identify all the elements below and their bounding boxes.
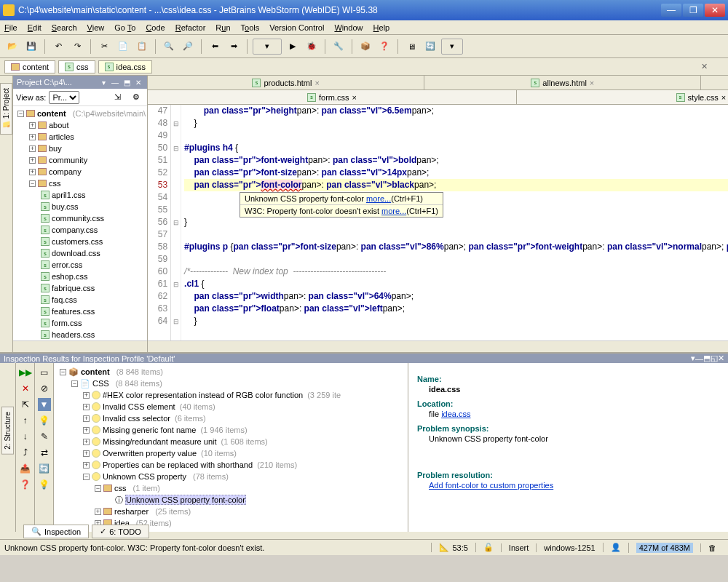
insp-item[interactable]: + Overwritten property value (10 items) xyxy=(57,447,405,459)
insp-item[interactable]: + Invalid css selector (6 items) xyxy=(57,412,405,424)
close-button[interactable]: ✕ xyxy=(705,4,725,17)
editor-tab[interactable]: shistory.html× xyxy=(701,76,728,89)
help-icon[interactable]: ❓ xyxy=(376,39,392,55)
open-icon[interactable]: 📂 xyxy=(4,39,20,55)
insp-css[interactable]: −📄 CSS (8 848 items) xyxy=(57,378,405,389)
tree-file[interactable]: sbuy.css xyxy=(15,201,146,212)
sync-icon[interactable]: 🔄 xyxy=(422,39,438,55)
menu-view[interactable]: View xyxy=(87,23,105,32)
inspection-tree[interactable]: −📦 content (8 848 items) −📄 CSS (8 848 i… xyxy=(54,363,408,532)
pane-dropdown-icon[interactable]: ▾ xyxy=(98,77,108,87)
tab-todo[interactable]: ✓ 6: TODO xyxy=(92,525,149,538)
editor-scrollbar[interactable] xyxy=(148,340,728,352)
view-as-select[interactable]: Pr... xyxy=(49,91,79,104)
status-pos[interactable]: 📐 53:5 xyxy=(431,543,475,552)
edit-icon[interactable]: ✎ xyxy=(38,430,51,443)
project-tree[interactable]: −content (C:\p4\website\main\ +about+art… xyxy=(13,106,147,340)
next-icon[interactable]: ↓ xyxy=(19,430,32,443)
collapse-icon[interactable]: ⇲ xyxy=(109,89,125,105)
autoscroll-icon[interactable]: ⤴ xyxy=(19,446,32,459)
menu-tools[interactable]: Tools xyxy=(241,23,260,32)
tree-folder[interactable]: +company xyxy=(15,166,146,178)
menu-code[interactable]: Code xyxy=(146,23,165,32)
tree-root[interactable]: −content (C:\p4\website\main\ xyxy=(15,108,146,119)
pane-close-icon[interactable]: ✕ xyxy=(718,354,724,363)
refresh-icon[interactable]: 🔄 xyxy=(38,462,51,475)
tree-folder[interactable]: +articles xyxy=(15,131,146,143)
deploy-icon[interactable]: 🖥 xyxy=(403,39,419,55)
tree-folder[interactable]: +about xyxy=(15,119,146,131)
insp-item[interactable]: + #HEX color representation instead of R… xyxy=(57,389,405,401)
tree-file[interactable]: sheaders.css xyxy=(15,329,146,340)
tab-close-icon[interactable]: × xyxy=(590,79,594,87)
find-icon[interactable]: 🔍 xyxy=(161,39,177,55)
pane-float-icon[interactable]: ⬒ xyxy=(122,77,132,87)
status-agent[interactable]: 👤 xyxy=(603,543,628,552)
minimize-button[interactable]: — xyxy=(661,4,681,17)
tree-file[interactable]: sapril1.css xyxy=(15,189,146,201)
tree-file[interactable]: sdownload.css xyxy=(15,247,146,259)
crumb-content[interactable]: content xyxy=(4,60,55,73)
tree-file[interactable]: sform.css xyxy=(15,317,146,329)
redo-icon[interactable]: ↷ xyxy=(69,39,85,55)
export-icon[interactable]: 📤 xyxy=(19,462,32,475)
paste-icon[interactable]: 📋 xyxy=(134,39,150,55)
forward-icon[interactable]: ➡ xyxy=(226,39,242,55)
tab-inspection[interactable]: 🔍 Inspection xyxy=(23,525,89,538)
suppress-icon[interactable]: ⊘ xyxy=(38,382,51,395)
diff-icon[interactable]: ⇄ xyxy=(38,446,51,459)
copy-icon[interactable]: 📄 xyxy=(115,39,131,55)
editor-tab[interactable]: sstyle.css× xyxy=(517,90,728,104)
maximize-button[interactable]: ❐ xyxy=(683,4,703,17)
rerun-icon[interactable]: ▶▶ xyxy=(19,366,32,379)
insp-root[interactable]: −📦 content (8 848 items) xyxy=(57,366,405,378)
tree-folder-css[interactable]: −css xyxy=(15,178,146,189)
insp-item[interactable]: + Missing generic font name (1 946 items… xyxy=(57,424,405,436)
menu-vcs[interactable]: Version Control xyxy=(269,23,324,32)
insp-item[interactable]: + Properties can be replaced with shorth… xyxy=(57,459,405,471)
pane-close-icon[interactable]: ✕ xyxy=(133,77,143,87)
pane-rest-icon[interactable]: ◱ xyxy=(711,354,718,363)
status-insert[interactable]: Insert xyxy=(501,543,537,552)
settings-icon[interactable]: 🔧 xyxy=(331,39,347,55)
status-trash-icon[interactable]: 🗑 xyxy=(700,543,724,552)
vcs-icon[interactable]: 📦 xyxy=(357,39,373,55)
menu-file[interactable]: File xyxy=(4,23,17,32)
menu-refactor[interactable]: Refactor xyxy=(175,23,206,32)
tree-file[interactable]: sfabrique.css xyxy=(15,282,146,294)
insp-resharper[interactable]: + resharper (25 items) xyxy=(57,506,405,517)
pane-minimize-icon[interactable]: — xyxy=(110,77,120,87)
insp-item[interactable]: + Invalid CSS element (40 items) xyxy=(57,401,405,412)
structure-tool-tab[interactable]: 2: Structure xyxy=(1,407,14,455)
tooltip-more2[interactable]: more... xyxy=(381,207,406,215)
editor-tab[interactable]: sproducts.html× xyxy=(148,76,424,89)
filter-icon[interactable]: ▼ xyxy=(38,398,51,411)
undo-icon[interactable]: ↶ xyxy=(50,39,66,55)
insp-unknown[interactable]: − Unknown CSS property (78 items) xyxy=(57,471,405,482)
status-lock[interactable]: 🔓 xyxy=(475,543,501,552)
expand-icon[interactable]: ⇱ xyxy=(19,398,32,411)
back-icon[interactable]: ⬅ xyxy=(207,39,223,55)
tree-file[interactable]: sfaq.css xyxy=(15,294,146,306)
apply-icon[interactable]: 💡 xyxy=(38,414,51,427)
menu-edit[interactable]: Edit xyxy=(28,23,41,32)
project-tool-tab[interactable]: 📁 1: Project xyxy=(0,83,12,135)
menu-run[interactable]: Run xyxy=(215,23,230,32)
more-dropdown[interactable]: ▾ xyxy=(441,39,463,55)
prev-icon[interactable]: ↑ xyxy=(19,414,32,427)
tab-close-icon[interactable]: × xyxy=(352,93,357,102)
navbar-close-icon[interactable]: ✕ xyxy=(701,62,708,71)
menu-search[interactable]: Search xyxy=(52,23,77,32)
tree-file[interactable]: scompany.css xyxy=(15,224,146,236)
help-insp-icon[interactable]: ❓ xyxy=(19,478,32,491)
tree-file[interactable]: seshop.css xyxy=(15,271,146,282)
menu-help[interactable]: Help xyxy=(373,23,390,32)
crumb-idea[interactable]: sidea.css xyxy=(98,60,152,73)
insp-item[interactable]: + Missing/redundant measure unit (1 608 … xyxy=(57,436,405,447)
project-scrollbar[interactable] xyxy=(13,340,147,352)
tooltip-more1[interactable]: more... xyxy=(366,194,391,203)
code-editor[interactable]: 474849505152535455565758596061626364 ⊟⊟⊟… xyxy=(148,105,728,340)
status-memory[interactable]: 427M of 483M xyxy=(628,543,700,553)
tree-file[interactable]: scustomers.css xyxy=(15,236,146,247)
tree-folder[interactable]: +community xyxy=(15,154,146,166)
